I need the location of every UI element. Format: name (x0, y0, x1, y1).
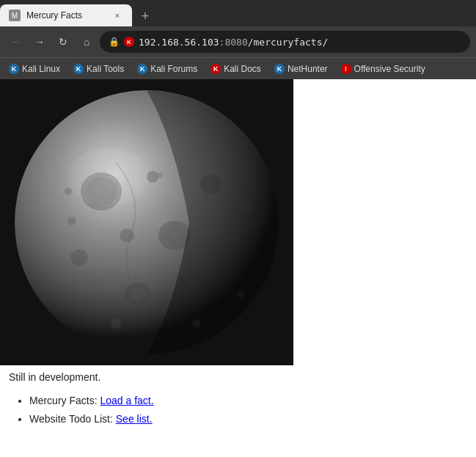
kali-docs-icon: K (210, 64, 221, 74)
status-text: Still in development. (9, 371, 467, 383)
svg-point-15 (157, 172, 163, 178)
mercury-facts-label: Mercury Facts: (29, 395, 100, 406)
bookmarks-bar: K Kali Linux K Kali Tools K Kali Forums … (0, 57, 476, 79)
bookmark-kali-linux-label: Kali Linux (22, 64, 60, 74)
see-list-link[interactable]: See list. (116, 413, 153, 425)
forward-button[interactable]: → (29, 32, 50, 52)
tab-close-button[interactable]: × (111, 10, 123, 21)
bookmark-kali-docs[interactable]: K Kali Docs (205, 62, 267, 76)
mercury-planet-image (13, 89, 281, 357)
site-favicon: K (124, 37, 134, 47)
kali-tools-icon: K (73, 64, 84, 74)
bookmark-kali-tools-label: Kali Tools (87, 64, 124, 74)
home-icon: ⌂ (84, 36, 89, 48)
active-tab[interactable]: M Mercury Facts × (0, 4, 132, 26)
bookmark-nethunter-label: NetHunter (288, 64, 328, 74)
kali-forums-icon: K (137, 64, 147, 74)
load-fact-link[interactable]: Load a fact. (100, 395, 153, 406)
bookmark-offensive-security-label: Offensive Security (354, 64, 425, 74)
list-item-todo-list: Website Todo List: See list. (29, 410, 467, 428)
bookmark-kali-docs-label: Kali Docs (224, 64, 261, 74)
tab-favicon: M (9, 10, 21, 21)
bookmark-kali-forums-label: Kali Forums (150, 64, 197, 74)
bookmark-offensive-security[interactable]: ! Offensive Security (335, 62, 431, 76)
svg-point-23 (68, 147, 149, 206)
links-list: Mercury Facts: Load a fact. Website Todo… (9, 392, 467, 428)
svg-point-19 (67, 216, 76, 225)
page-text-area: Still in development. Mercury Facts: Loa… (0, 365, 476, 434)
refresh-icon: ↻ (59, 36, 67, 48)
bookmark-kali-linux[interactable]: K Kali Linux (3, 62, 66, 76)
bookmark-nethunter[interactable]: K NetHunter (268, 62, 334, 76)
svg-point-17 (111, 318, 121, 329)
tab-title: Mercury Facts (26, 10, 106, 21)
bookmark-kali-forums[interactable]: K Kali Forums (131, 62, 203, 76)
back-button[interactable]: ← (6, 32, 26, 52)
todo-list-label: Website Todo List: (29, 413, 116, 425)
address-bar[interactable]: 🔒 K 192.168.56.103:8080/mercuryfacts/ (100, 31, 470, 53)
offensive-security-icon: ! (341, 64, 351, 74)
list-item-mercury-facts: Mercury Facts: Load a fact. (29, 392, 467, 410)
browser-chrome: M Mercury Facts × + ← → ↻ ⌂ 🔒 K 192.168.… (0, 0, 476, 79)
address-bar-row: ← → ↻ ⌂ 🔒 K 192.168.56.103:8080/mercuryf… (0, 26, 476, 57)
nethunter-icon: K (274, 64, 285, 74)
svg-point-22 (65, 188, 72, 195)
forward-icon: → (34, 36, 45, 48)
kali-linux-icon: K (9, 64, 19, 74)
bookmark-kali-tools[interactable]: K Kali Tools (67, 62, 130, 76)
url-host: 192.168.56.103 (139, 37, 219, 48)
url-path: /mercuryfacts/ (248, 37, 329, 48)
mercury-image-container (0, 79, 293, 365)
svg-point-6 (164, 226, 185, 245)
url-display: 192.168.56.103:8080/mercuryfacts/ (139, 37, 328, 48)
home-button[interactable]: ⌂ (76, 32, 97, 52)
tab-bar: M Mercury Facts × + (0, 0, 476, 26)
new-tab-button[interactable]: + (135, 6, 155, 26)
svg-point-11 (70, 249, 88, 266)
page-content: Still in development. Mercury Facts: Loa… (0, 79, 476, 457)
security-icon: 🔒 (109, 37, 120, 47)
back-icon: ← (11, 36, 21, 48)
refresh-button[interactable]: ↻ (53, 32, 73, 52)
url-port: :8080 (219, 37, 248, 48)
